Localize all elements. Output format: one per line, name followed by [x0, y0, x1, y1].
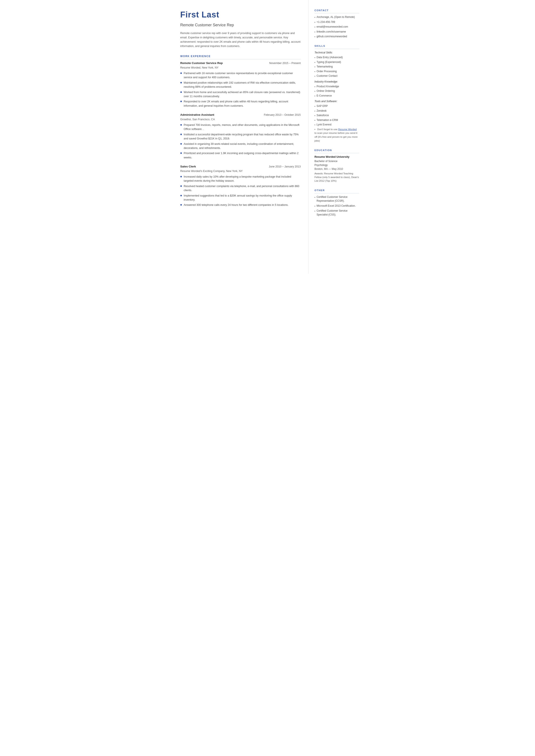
bullet-text: Implemented suggestions that led to a $2… — [184, 194, 301, 202]
bullet-text: Answered 300 telephone calls every 24 ho… — [184, 203, 289, 207]
skill-bullet-icon: • — [315, 123, 316, 127]
skill-bullet-icon: • — [315, 85, 316, 89]
contact-item: •email@resumeworded.com — [315, 25, 359, 29]
skills-category-label: Technical Skills: — [315, 51, 359, 55]
bullet-dot-icon — [180, 91, 182, 93]
other-bullet-icon: • — [315, 209, 316, 213]
skill-text: Zendesk — [317, 109, 326, 113]
contact-item: •+1-234-456-789 — [315, 20, 359, 24]
job-title: Administrative Assistant — [180, 113, 214, 117]
skill-item: •Data Entry (Advanced) — [315, 55, 359, 60]
skill-bullet-icon: • — [315, 90, 316, 93]
other-text: Certified Customer Service Representativ… — [317, 195, 359, 203]
job-company: Resume Worded, New York, NY — [180, 66, 301, 70]
bullet-text: Prioritized and processed over 1.9K inco… — [184, 151, 301, 160]
skill-item: •Product Knowledge — [315, 84, 359, 89]
other-bullet-icon: • — [315, 204, 316, 208]
resume-worded-link[interactable]: Resume Worded — [338, 128, 356, 130]
other-item: •Certified Customer Service Specialist (… — [315, 209, 359, 216]
list-item: Instituted a successful department-wide … — [180, 132, 301, 141]
list-item: Partnered with 16 remote customer servic… — [180, 71, 301, 80]
bullet-dot-icon — [180, 72, 182, 74]
bullet-text: Worked from home and successfully achiev… — [184, 90, 301, 99]
skill-text: E-Commerce — [317, 94, 332, 98]
list-item: Worked from home and successfully achiev… — [180, 90, 301, 99]
list-item: Maintained positive relationships with 1… — [180, 81, 301, 89]
skill-text: Telemarketing — [317, 65, 333, 69]
contact-bullet-icon: • — [315, 15, 316, 19]
other-text: Certified Customer Service Specialist (C… — [317, 209, 359, 216]
edu-degree: Bachelor of Science — [315, 159, 359, 163]
bullet-text: Increased daily sales by 10% after devel… — [184, 175, 301, 183]
skill-bullet-icon: • — [315, 56, 316, 60]
job-title: Remote Customer Service Rep — [180, 61, 223, 65]
job-dates: November 2015 – Present — [269, 61, 301, 65]
job-header: Administrative AssistantFebruary 2013 – … — [180, 113, 301, 117]
summary-text: Remote customer service rep with over 9 … — [180, 31, 301, 48]
list-item: Resolved heated customer complaints via … — [180, 184, 301, 193]
bullet-dot-icon — [180, 134, 182, 135]
contact-text: linkedin.com/in/username — [317, 30, 346, 34]
skill-bullet-icon: • — [315, 114, 316, 118]
skill-bullet-icon: • — [315, 74, 316, 78]
job-company: Growthsi, San Francisco, CA — [180, 118, 301, 122]
skills-heading: SKILLS — [315, 44, 359, 49]
skill-text: Telemation e-CRM — [317, 118, 338, 122]
bullet-text: Maintained positive relationships with 1… — [184, 81, 301, 89]
bullet-dot-icon — [180, 185, 182, 187]
edu-awards: Awards: Resume Worded Teaching Fellow (o… — [315, 172, 359, 183]
bullet-dot-icon — [180, 195, 182, 196]
job-block: Remote Customer Service RepNovember 2015… — [180, 61, 301, 108]
contact-bullet-icon: • — [315, 25, 316, 29]
other-item: •Microsoft Excel 2013 Certification. — [315, 204, 359, 208]
list-item: Answered 300 telephone calls every 24 ho… — [180, 203, 301, 207]
skill-item: •E-Commerce — [315, 94, 359, 98]
other-text: Microsoft Excel 2013 Certification. — [317, 204, 355, 208]
list-item: Increased daily sales by 10% after devel… — [180, 175, 301, 183]
skill-item: •Zendesk — [315, 109, 359, 113]
contact-text: email@resumeworded.com — [317, 25, 348, 29]
edu-school: Resume Worded University — [315, 155, 359, 159]
contact-item: •github.com/resumeworded — [315, 35, 359, 39]
bullet-list: Increased daily sales by 10% after devel… — [180, 175, 301, 207]
skill-text: Product Knowledge — [317, 84, 339, 88]
skill-bullet-icon: • — [315, 70, 316, 73]
work-experience-heading: WORK EXPERIENCE — [180, 54, 301, 59]
job-title: Remote Customer Service Rep — [180, 22, 301, 28]
skill-item: •Order Processing — [315, 70, 359, 73]
skill-text: Customer Contact — [317, 74, 337, 78]
bullet-dot-icon — [180, 176, 182, 177]
bullet-list: Prepared 700 invoices, reports, memos, a… — [180, 123, 301, 160]
contact-bullet-icon: • — [315, 35, 316, 39]
other-bullet-icon: • — [315, 195, 316, 199]
bullet-dot-icon — [180, 143, 182, 145]
other-item: •Certified Customer Service Representati… — [315, 195, 359, 203]
contact-text: github.com/resumeworded — [317, 35, 347, 38]
other-heading: OTHER — [315, 188, 359, 193]
contact-bullet-icon: • — [315, 30, 316, 34]
job-block: Sales ClerkJune 2010 – January 2013Resum… — [180, 164, 301, 207]
education-section: EDUCATION Resume Worded University Bache… — [315, 149, 359, 183]
bullet-dot-icon — [180, 204, 182, 206]
jobs-container: Remote Customer Service RepNovember 2015… — [180, 61, 301, 207]
list-item: Responded to over 2K emails and phone ca… — [180, 99, 301, 108]
skill-text: Data Entry (Advanced) — [317, 55, 343, 59]
contact-heading: CONTACT — [315, 9, 359, 14]
job-block: Administrative AssistantFebruary 2013 – … — [180, 113, 301, 160]
contact-bullet-icon: • — [315, 20, 316, 24]
skill-text: Salesforce — [317, 113, 329, 117]
skills-container: Technical Skills:•Data Entry (Advanced)•… — [315, 51, 359, 127]
promo-bullet: • — [315, 128, 316, 130]
job-title: Sales Clerk — [180, 164, 196, 169]
list-item: Assisted in organizing 39 work-related s… — [180, 142, 301, 151]
skill-text: SAP ERP — [317, 104, 328, 108]
bullet-list: Partnered with 16 remote customer servic… — [180, 71, 301, 108]
list-item: Implemented suggestions that led to a $2… — [180, 194, 301, 202]
bullet-dot-icon — [180, 153, 182, 154]
skill-item: •Typing (Experienced) — [315, 60, 359, 64]
job-dates: February 2013 – October 2015 — [264, 113, 301, 117]
job-header: Remote Customer Service RepNovember 2015… — [180, 61, 301, 65]
skill-bullet-icon: • — [315, 119, 316, 122]
job-header: Sales ClerkJune 2010 – January 2013 — [180, 164, 301, 169]
skill-item: •Salesforce — [315, 113, 359, 118]
